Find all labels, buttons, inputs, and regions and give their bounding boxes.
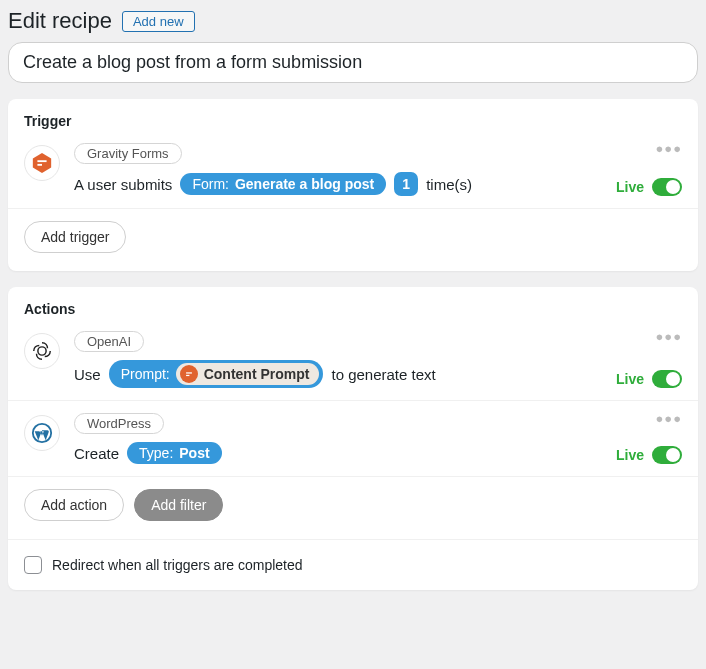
pill-value: Post bbox=[179, 445, 209, 461]
prompt-pill[interactable]: Prompt: Content Prompt bbox=[109, 360, 324, 388]
trigger-card: Trigger Gravity Forms A user submits For… bbox=[8, 99, 698, 271]
pill-label: Form: bbox=[192, 176, 229, 192]
trigger-body: Gravity Forms A user submits Form: Gener… bbox=[74, 143, 682, 196]
live-toggle[interactable] bbox=[652, 178, 682, 196]
pill-inner-value: Content Prompt bbox=[204, 366, 310, 382]
pill-inner: Content Prompt bbox=[176, 363, 320, 385]
svg-rect-0 bbox=[37, 160, 46, 162]
openai-icon bbox=[24, 333, 60, 369]
svg-point-2 bbox=[38, 347, 46, 355]
form-pill[interactable]: Form: Generate a blog post bbox=[180, 173, 386, 195]
actions-section-title: Actions bbox=[8, 287, 698, 319]
redirect-row: Redirect when all triggers are completed bbox=[8, 539, 698, 590]
redirect-label: Redirect when all triggers are completed bbox=[52, 557, 303, 573]
more-icon[interactable]: ●●● bbox=[655, 329, 682, 344]
count-pill[interactable]: 1 bbox=[394, 172, 418, 196]
page-title: Edit recipe bbox=[8, 8, 112, 34]
live-label: Live bbox=[616, 371, 644, 387]
wordpress-icon bbox=[24, 415, 60, 451]
gravity-forms-icon bbox=[24, 145, 60, 181]
redirect-checkbox[interactable] bbox=[24, 556, 42, 574]
action-body: WordPress Create Type: Post bbox=[74, 413, 682, 464]
trigger-sentence: A user submits Form: Generate a blog pos… bbox=[74, 172, 682, 196]
trigger-item[interactable]: Gravity Forms A user submits Form: Gener… bbox=[8, 131, 698, 208]
add-new-button[interactable]: Add new bbox=[122, 11, 195, 32]
pill-label: Prompt: bbox=[121, 366, 170, 382]
integration-tag[interactable]: Gravity Forms bbox=[74, 143, 182, 164]
integration-tag[interactable]: WordPress bbox=[74, 413, 164, 434]
status-row: Live bbox=[616, 446, 682, 464]
svg-rect-4 bbox=[186, 375, 189, 376]
live-toggle[interactable] bbox=[652, 446, 682, 464]
page-header: Edit recipe Add new bbox=[8, 8, 698, 34]
action-sentence: Use Prompt: Content Prompt to generate t… bbox=[74, 360, 682, 388]
svg-rect-1 bbox=[37, 164, 42, 166]
add-filter-button[interactable]: Add filter bbox=[134, 489, 223, 521]
live-label: Live bbox=[616, 447, 644, 463]
sentence-text: Create bbox=[74, 445, 119, 462]
more-icon[interactable]: ●●● bbox=[655, 411, 682, 426]
action-body: OpenAI Use Prompt: Content Prompt to gen… bbox=[74, 331, 682, 388]
actions-card: Actions OpenAI Use Prompt: Content Promp… bbox=[8, 287, 698, 590]
action-item[interactable]: WordPress Create Type: Post ●●● Live bbox=[8, 401, 698, 476]
pill-label: Type: bbox=[139, 445, 173, 461]
integration-tag[interactable]: OpenAI bbox=[74, 331, 144, 352]
live-toggle[interactable] bbox=[652, 370, 682, 388]
sentence-text: time(s) bbox=[426, 176, 472, 193]
more-icon[interactable]: ●●● bbox=[655, 141, 682, 156]
action-sentence: Create Type: Post bbox=[74, 442, 682, 464]
recipe-title-input[interactable] bbox=[8, 42, 698, 83]
svg-rect-3 bbox=[186, 372, 192, 373]
add-trigger-button[interactable]: Add trigger bbox=[24, 221, 126, 253]
sentence-text: Use bbox=[74, 366, 101, 383]
status-row: Live bbox=[616, 370, 682, 388]
status-row: Live bbox=[616, 178, 682, 196]
trigger-section-title: Trigger bbox=[8, 99, 698, 131]
action-item[interactable]: OpenAI Use Prompt: Content Prompt to gen… bbox=[8, 319, 698, 400]
type-pill[interactable]: Type: Post bbox=[127, 442, 222, 464]
live-label: Live bbox=[616, 179, 644, 195]
add-action-button[interactable]: Add action bbox=[24, 489, 124, 521]
gravity-forms-icon bbox=[180, 365, 198, 383]
sentence-text: A user submits bbox=[74, 176, 172, 193]
pill-value: Generate a blog post bbox=[235, 176, 374, 192]
sentence-text: to generate text bbox=[331, 366, 435, 383]
